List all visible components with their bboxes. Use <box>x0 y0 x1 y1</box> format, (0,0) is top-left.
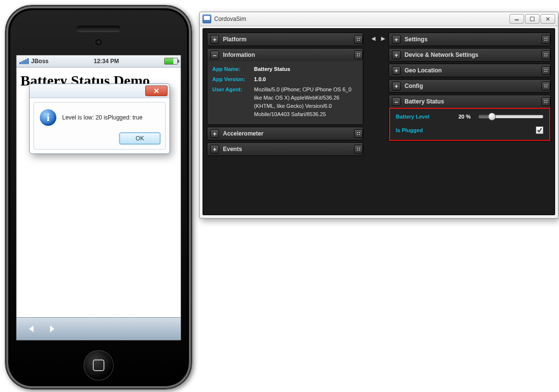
panel-title: Events <box>223 146 242 153</box>
info-icon: i <box>40 109 56 126</box>
expand-icon: + <box>392 35 401 44</box>
phone-speaker <box>77 26 120 32</box>
app-version-label: App Version: <box>212 75 250 84</box>
panel-battery-status: – Battery Status Battery Level 20 % <box>389 95 551 141</box>
drag-icon[interactable] <box>542 66 550 75</box>
slider-thumb[interactable] <box>488 113 496 120</box>
svg-rect-1 <box>530 17 534 21</box>
drag-icon[interactable] <box>354 51 363 59</box>
app-name-value: Battery Status <box>254 65 290 73</box>
panel-config: + Config <box>389 79 551 93</box>
window-titlebar[interactable]: CordovaSim <box>200 12 558 26</box>
back-button[interactable] <box>27 324 36 333</box>
alert-titlebar[interactable] <box>30 84 169 98</box>
close-window-button[interactable] <box>541 14 555 24</box>
forward-icon <box>48 324 56 333</box>
panel-header-accelerometer[interactable]: + Accelerometer <box>207 127 363 140</box>
panel-settings: + Settings <box>389 33 551 46</box>
right-column: + Settings + Device & Network Settings + <box>389 33 551 211</box>
is-plugged-label: Is Plugged <box>396 127 423 133</box>
move-right-button[interactable]: ► <box>377 34 385 42</box>
expand-icon: + <box>210 145 219 153</box>
minimize-icon <box>514 17 519 21</box>
expand-icon: + <box>392 66 401 75</box>
collapse-icon: – <box>392 97 401 106</box>
phone-screen: JBoss 12:34 PM Battery Status Demo i <box>16 55 181 341</box>
maximize-icon <box>530 17 535 21</box>
close-button[interactable] <box>145 85 168 96</box>
user-agent-value: Mozilla/5.0 (iPhone; CPU iPhone OS 6_0 l… <box>254 85 358 119</box>
collapse-icon: – <box>210 51 219 59</box>
column-swap: ◄ ► <box>365 33 387 211</box>
expand-icon: + <box>392 51 401 59</box>
signal-icon <box>19 58 29 64</box>
iphone-device: JBoss 12:34 PM Battery Status Demo i <box>5 5 192 390</box>
panel-geo: + Geo Location <box>389 64 551 77</box>
clock-label: 12:34 PM <box>49 58 164 65</box>
panel-title: Information <box>223 51 255 58</box>
bottom-nav <box>17 317 181 340</box>
alert-message: Level is low: 20 isPlugged: true <box>62 114 142 121</box>
panel-title: Settings <box>405 36 427 43</box>
expand-icon: + <box>392 82 401 90</box>
expand-icon: + <box>210 35 219 44</box>
panel-header-settings[interactable]: + Settings <box>389 33 550 46</box>
ok-button[interactable]: OK <box>119 133 160 144</box>
drag-icon[interactable] <box>542 51 550 59</box>
drag-icon[interactable] <box>542 82 550 90</box>
drag-icon[interactable] <box>354 35 363 44</box>
panel-header-config[interactable]: + Config <box>389 80 550 92</box>
panel-header-geo[interactable]: + Geo Location <box>389 64 550 77</box>
panel-header-platform[interactable]: + Platform <box>207 33 363 46</box>
drag-icon[interactable] <box>542 35 550 44</box>
panel-header-device-network[interactable]: + Device & Network Settings <box>389 49 550 61</box>
battery-level-label: Battery Level <box>396 114 429 119</box>
panel-title: Geo Location <box>405 67 442 74</box>
panel-header-information[interactable]: – Information <box>207 49 363 61</box>
forward-button[interactable] <box>48 324 56 333</box>
panel-information: – Information App Name:Battery Status Ap… <box>207 48 363 125</box>
battery-icon <box>164 58 178 65</box>
panel-events: + Events <box>207 142 363 156</box>
panel-title: Config <box>405 83 423 89</box>
window-title: CordovaSim <box>214 16 246 22</box>
battery-level-slider[interactable] <box>478 115 543 119</box>
svg-rect-0 <box>515 19 519 20</box>
window-body: + Platform – Information App Name:Batter… <box>203 28 555 215</box>
panel-title: Device & Network Settings <box>405 51 478 58</box>
panel-title: Accelerometer <box>223 130 263 137</box>
left-column: + Platform – Information App Name:Batter… <box>207 33 363 211</box>
battery-level-row: Battery Level 20 % <box>396 114 543 119</box>
drag-icon[interactable] <box>354 145 363 153</box>
maximize-button[interactable] <box>525 14 540 24</box>
back-icon <box>27 324 36 333</box>
check-icon <box>537 127 542 133</box>
carrier-label: JBoss <box>31 58 49 65</box>
panel-accelerometer: + Accelerometer <box>207 127 363 140</box>
move-left-button[interactable]: ◄ <box>367 34 375 42</box>
home-button[interactable] <box>84 350 114 380</box>
user-agent-label: User Agent: <box>212 85 250 119</box>
phone-camera <box>95 38 102 46</box>
panel-title: Platform <box>223 36 247 43</box>
cordovasim-window: CordovaSim + Platform <box>199 12 559 219</box>
battery-controls-highlight: Battery Level 20 % Is Plugged <box>389 108 550 141</box>
panel-header-events[interactable]: + Events <box>207 143 363 155</box>
panel-header-battery-status[interactable]: – Battery Status <box>389 95 550 108</box>
close-icon <box>153 88 160 94</box>
panel-device-network: + Device & Network Settings <box>389 48 551 62</box>
app-version-value: 1.0.0 <box>254 75 266 84</box>
battery-level-value: 20 % <box>458 114 471 119</box>
alert-dialog: i Level is low: 20 isPlugged: true OK <box>29 84 170 154</box>
close-icon <box>545 17 550 21</box>
app-name-label: App Name: <box>212 65 250 73</box>
drag-icon[interactable] <box>542 97 550 106</box>
minimize-button[interactable] <box>509 14 524 24</box>
app-icon <box>203 15 211 23</box>
expand-icon: + <box>210 129 219 138</box>
panel-platform: + Platform <box>207 33 363 46</box>
is-plugged-checkbox[interactable] <box>536 126 543 134</box>
panel-title: Battery Status <box>405 98 444 105</box>
is-plugged-row: Is Plugged <box>396 126 543 134</box>
drag-icon[interactable] <box>354 129 363 138</box>
